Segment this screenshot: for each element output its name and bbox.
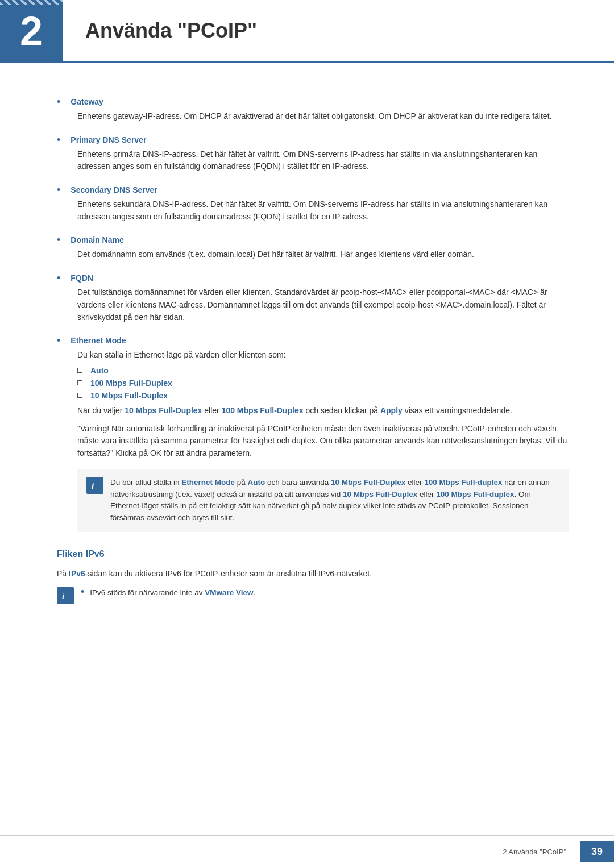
sub-bullet-10mbps-label: 10 Mbps Full-Duplex — [90, 391, 168, 400]
bullet-gateway: • Gateway Enhetens gateway-IP-adress. Om… — [57, 97, 569, 123]
chapter-number: 2 — [0, 0, 63, 63]
ipv6-note-icon: i — [57, 587, 74, 604]
inline-apply: Apply — [380, 406, 403, 415]
note-ethernet-mode: Ethernet Mode — [181, 478, 235, 487]
sub-bullet-10mbps: 10 Mbps Full-Duplex — [77, 391, 569, 400]
sub-bullet-100mbps-label: 100 Mbps Full-Duplex — [90, 379, 172, 388]
bullet-primary-dns: • Primary DNS Server Enhetens primära DN… — [57, 135, 569, 173]
sub-bullet-auto: Auto — [77, 366, 569, 375]
bullet-dot: • — [57, 96, 60, 108]
domain-name-term: Domain Name — [70, 235, 123, 244]
page-header: 2 Använda "PCoIP" — [0, 0, 614, 63]
bullet-dot: • — [57, 184, 60, 196]
note-100mbps2: 100 Mbps Full-duplex — [436, 490, 514, 499]
ipv6-para: På IPv6-sidan kan du aktivera IPv6 för P… — [57, 568, 569, 580]
ethernet-intro: Du kan ställa in Ethernet-läge på värden… — [77, 349, 569, 362]
inline-100mbps: 100 Mbps Full-Duplex — [222, 406, 304, 415]
gateway-term: Gateway — [70, 97, 103, 106]
ipv6-note-content: • IPv6 stöds för närvarande inte av VMwa… — [81, 587, 255, 599]
bullet-ethernet: • Ethernet Mode Du kan ställa in Etherne… — [57, 336, 569, 532]
sub-bullet-auto-label: Auto — [90, 366, 109, 375]
ipv6-note-text: IPv6 stöds för närvarande inte av VMware… — [90, 587, 255, 599]
vmware-view-inline: VMware View — [205, 588, 253, 597]
primary-dns-desc: Enhetens primära DNS-IP-adress. Det här … — [77, 148, 569, 173]
ethernet-note-text: Du bör alltid ställa in Ethernet Mode på… — [110, 477, 559, 525]
main-content: • Gateway Enhetens gateway-IP-adress. Om… — [0, 86, 614, 638]
ipv6-section-heading: Fliken IPv6 — [57, 549, 569, 562]
bullet-domain-name: • Domain Name Det domännamn som används … — [57, 235, 569, 261]
footer-chapter-label: 2 Använda "PCoIP" — [503, 848, 574, 856]
ethernet-para2: "Varning! När automatisk förhandling är … — [77, 423, 569, 460]
domain-name-desc: Det domännamn som används (t.ex. domain.… — [77, 248, 569, 261]
fqdn-desc: Det fullständiga domännamnet för värden … — [77, 286, 569, 323]
primary-dns-term: Primary DNS Server — [70, 135, 146, 144]
fqdn-term: FQDN — [70, 273, 93, 283]
chapter-title: Använda "PCoIP" — [63, 0, 614, 63]
sub-bullet-100mbps: 100 Mbps Full-Duplex — [77, 379, 569, 388]
sub-bullet-square-icon — [77, 380, 82, 385]
bullet-dot: • — [57, 335, 60, 347]
bullet-fqdn: • FQDN Det fullständiga domännamnet för … — [57, 273, 569, 323]
pencil-icon-2: i — [59, 589, 72, 602]
note-10mbps: 10 Mbps Full-Duplex — [331, 478, 405, 487]
secondary-dns-term: Secondary DNS Server — [70, 185, 157, 194]
secondary-dns-desc: Enhetens sekundära DNS-IP-adress. Det hä… — [77, 198, 569, 223]
bullet-dot: • — [57, 272, 60, 284]
note-10mbps2: 10 Mbps Full-Duplex — [343, 490, 417, 499]
ipv6-inline: IPv6 — [69, 569, 85, 578]
note-icon: i — [86, 477, 103, 494]
inline-10mbps: 10 Mbps Full-Duplex — [125, 406, 202, 415]
bullet-dot: • — [57, 134, 60, 146]
svg-rect-2 — [59, 589, 72, 602]
ipv6-note-row: i • IPv6 stöds för närvarande inte av VM… — [57, 587, 569, 604]
bullet-dot: • — [57, 234, 60, 246]
note-auto: Auto — [248, 478, 265, 487]
ethernet-note-box: i Du bör alltid ställa in Ethernet Mode … — [77, 469, 569, 533]
footer-page-number: 39 — [580, 841, 614, 862]
ipv6-bullet-dot: • — [81, 586, 84, 598]
pencil-icon: i — [89, 479, 101, 492]
ethernet-para1: När du väljer 10 Mbps Full-Duplex eller … — [77, 405, 569, 417]
ethernet-term: Ethernet Mode — [70, 336, 126, 345]
sub-bullet-square-icon — [77, 393, 82, 398]
ethernet-sub-list: Auto 100 Mbps Full-Duplex 10 Mbps Full-D… — [77, 366, 569, 400]
bullet-secondary-dns: • Secondary DNS Server Enhetens sekundär… — [57, 185, 569, 223]
gateway-desc: Enhetens gateway-IP-adress. Om DHCP är a… — [77, 110, 569, 123]
svg-rect-0 — [89, 479, 101, 492]
note-100mbps: 100 Mbps Full-duplex — [424, 478, 502, 487]
page-footer: 2 Använda "PCoIP" 39 — [0, 835, 614, 868]
sub-bullet-square-icon — [77, 368, 82, 373]
